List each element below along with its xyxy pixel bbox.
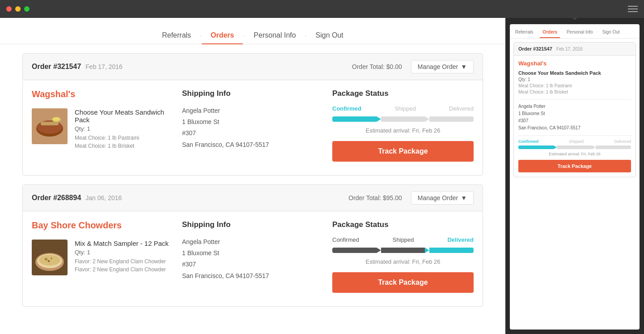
status-confirmed-1: Confirmed — [332, 105, 361, 112]
mobile-nav-sign-out[interactable]: Sign Out — [600, 28, 623, 38]
mobile-divider-1 — [518, 99, 631, 99]
product-row-1: Choose Your Meats Sandwich Pack Qty: 1 M… — [32, 108, 173, 150]
nav-personal-info[interactable]: Personal Info — [245, 27, 305, 44]
order-body-1: Wagshal's — [23, 80, 483, 175]
product-name-2: Mix & Match Sampler - 12 Pack — [75, 240, 169, 247]
shipping-label-1: Shipping Info — [182, 89, 323, 98]
mobile-bar-seg-2 — [557, 146, 592, 149]
manage-order-label-2: Manage Order — [418, 194, 458, 201]
status-steps-1: Confirmed Shipped Delivered — [332, 105, 474, 112]
product-image-2 — [32, 240, 68, 275]
mobile-status-steps: Confirmed Shipped Delivered — [518, 139, 631, 144]
mobile-order-number: Order #321547 — [518, 46, 552, 51]
order-date-1: Feb 17, 2016 — [85, 63, 123, 70]
product-name-1: Choose Your Meats Sandwich Pack — [75, 108, 173, 124]
nav-referrals[interactable]: Referrals — [153, 27, 200, 44]
maximize-dot[interactable] — [24, 6, 30, 12]
track-package-btn-1[interactable]: Track Package — [332, 141, 474, 162]
phone-screen: Referrals · Orders · Personal Info · Sig… — [510, 24, 640, 330]
nav-sign-out[interactable]: Sign Out — [307, 27, 352, 44]
mobile-bar-arrow-2 — [593, 146, 596, 149]
order-card-2: Order #268894 Jan 06, 2016 Order Total: … — [22, 184, 483, 307]
status-bar-1 — [332, 116, 474, 122]
nav-orders[interactable]: Orders — [202, 27, 243, 44]
bar-seg-confirmed-1 — [332, 116, 377, 122]
order-status-section-2: Package Status Confirmed Shipped Deliver… — [332, 220, 474, 293]
phone-mockup: Referrals · Orders · Personal Info · Sig… — [505, 0, 644, 334]
shipping-info-2: Angela Potter 1 Bluxome St #307 San Fran… — [182, 236, 323, 282]
mobile-nav-personal-info[interactable]: Personal Info — [564, 28, 596, 38]
product-meta-2: Flavor: 2 New England Clam Chowder Flavo… — [75, 257, 169, 274]
product-row-2: Mix & Match Sampler - 12 Pack Qty: 1 Fla… — [32, 240, 173, 275]
product-details-1: Choose Your Meats Sandwich Pack Qty: 1 M… — [75, 108, 173, 150]
manage-order-btn-2[interactable]: Manage Order ▼ — [411, 191, 474, 205]
mobile-track-btn[interactable]: Track Package — [518, 160, 631, 172]
status-label-2: Package Status — [332, 220, 474, 229]
mobile-status-bar — [518, 146, 631, 149]
bar-seg-confirmed-2 — [332, 248, 377, 253]
mobile-order-date: Feb 17, 2016 — [556, 47, 583, 51]
order-number-2: Order #268894 — [32, 194, 81, 202]
order-number-1: Order #321547 — [32, 63, 81, 71]
manage-order-btn-1[interactable]: Manage Order ▼ — [411, 60, 474, 73]
mobile-shipping: Angela Potter 1 Bluxome St #307 San Fran… — [518, 103, 631, 132]
order-total-2: Order Total: $95.00 — [348, 194, 402, 201]
meat-image-svg — [32, 108, 68, 144]
close-dot[interactable] — [6, 6, 12, 12]
bar-seg-delivered-1 — [429, 116, 474, 122]
status-label-1: Package Status — [332, 89, 474, 98]
order-shipping-section-2: Shipping Info Angela Potter 1 Bluxome St… — [182, 220, 332, 293]
mobile-order-body: Wagshal's Choose Your Meats Sandwich Pac… — [514, 56, 636, 177]
shipping-label-2: Shipping Info — [182, 220, 323, 229]
svg-point-5 — [53, 117, 60, 121]
product-qty-1: Qty: 1 — [75, 125, 173, 132]
status-confirmed-2: Confirmed — [332, 236, 359, 243]
mobile-nav-referrals[interactable]: Referrals — [513, 28, 536, 38]
shipping-info-1: Angela Potter 1 Bluxome St #307 San Fran… — [182, 105, 323, 150]
estimated-arrival-1: Estimated arrival: Fri, Feb 26 — [332, 127, 474, 134]
status-delivered-1: Delivered — [449, 105, 474, 112]
main-nav: Referrals · Orders · Personal Info · Sig… — [0, 18, 505, 44]
product-details-2: Mix & Match Sampler - 12 Pack Qty: 1 Fla… — [75, 240, 169, 274]
manage-order-label-1: Manage Order — [418, 63, 458, 70]
bar-arrow-3 — [377, 248, 381, 253]
mobile-nav-sep-3: · — [597, 28, 599, 38]
svg-point-10 — [45, 258, 47, 261]
mobile-product-qty: Qty: 1 — [518, 77, 631, 82]
orders-container: Order #321547 Feb 17, 2016 Order Total: … — [0, 53, 505, 329]
minimize-dot[interactable] — [15, 6, 21, 12]
mobile-nav: Referrals · Orders · Personal Info · Sig… — [510, 24, 640, 39]
product-meta-1: Meat Choice: 1 lb Pastrami Meat Choice: … — [75, 134, 173, 150]
mobile-status-shipped: Shipped — [569, 139, 584, 144]
order-total-1: Order Total: $0.00 — [352, 63, 402, 70]
svg-point-11 — [51, 257, 52, 259]
mobile-bar-seg-3 — [596, 146, 631, 149]
status-shipped-1: Shipped — [394, 105, 416, 112]
mobile-nav-sep-2: · — [561, 28, 563, 38]
bar-seg-shipped-2 — [381, 248, 425, 253]
manage-order-arrow-2: ▼ — [461, 194, 467, 201]
mobile-nav-orders[interactable]: Orders — [540, 28, 560, 38]
order-product-section-1: Wagshal's — [32, 89, 182, 162]
track-package-btn-2[interactable]: Track Package — [332, 272, 474, 293]
mobile-product-meta: Meat Choice: 1 lb Pastrami Meat Choice: … — [518, 83, 631, 95]
status-steps-2: Confirmed Shipped Delivered — [332, 236, 474, 243]
bar-seg-delivered-2 — [429, 248, 474, 253]
svg-rect-3 — [41, 122, 59, 125]
order-header-2: Order #268894 Jan 06, 2016 Order Total: … — [23, 185, 483, 211]
order-body-2: Bay Shore Chowders — [23, 211, 483, 306]
status-bar-2 — [332, 248, 474, 253]
mobile-product-name: Choose Your Meats Sandwich Pack — [518, 70, 631, 76]
mobile-status-confirmed: Confirmed — [518, 139, 538, 144]
mobile-estimated: Estimated arrival: Fri, Feb 26 — [518, 152, 631, 156]
product-image-1 — [32, 108, 68, 144]
product-qty-2: Qty: 1 — [75, 249, 169, 256]
mobile-bar-seg-1 — [518, 146, 554, 149]
order-card-1: Order #321547 Feb 17, 2016 Order Total: … — [22, 53, 483, 176]
mobile-order-header: Order #321547 Feb 17, 2016 — [514, 43, 636, 56]
chowder-image-svg — [32, 240, 68, 275]
bar-arrow-2 — [425, 116, 429, 122]
status-shipped-2: Shipped — [393, 236, 414, 243]
hamburger-icon[interactable] — [628, 6, 638, 12]
order-product-section-2: Bay Shore Chowders — [32, 220, 182, 293]
